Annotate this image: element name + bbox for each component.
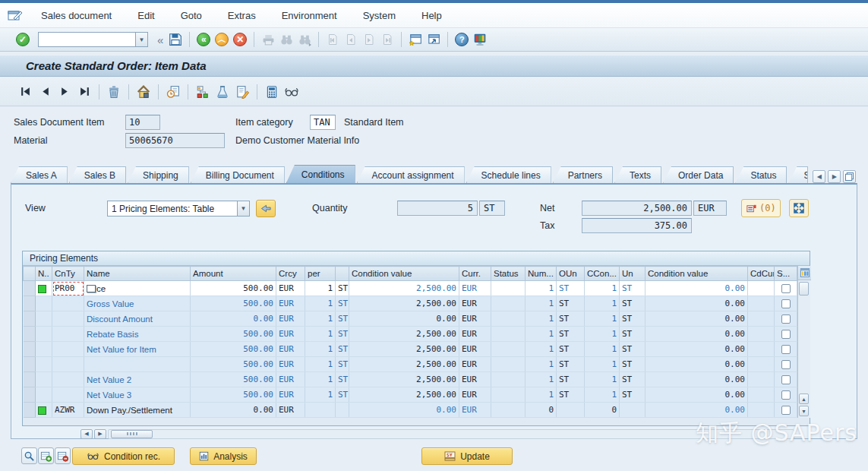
cell-per[interactable]: 1 [305,311,336,327]
cell-cnty[interactable]: PR00 [52,281,84,296]
column-header-blank[interactable] [336,267,349,281]
tab-partners[interactable]: Partners [553,166,613,183]
delete-icon[interactable] [104,82,124,102]
status-icon[interactable] [193,82,213,102]
cell-un[interactable]: ST [620,387,645,403]
cell-oun[interactable]: ST [557,296,585,311]
cell-un[interactable]: ST [620,372,645,387]
exit-icon[interactable]: ︿ [213,30,231,49]
cell-cond-value[interactable]: 2,500.00 [349,387,459,403]
cell-amount[interactable]: 500.00 [191,372,276,387]
sales-document-item-field[interactable]: 10 [125,115,160,130]
last-page-icon[interactable] [378,30,396,49]
cell-cdcur[interactable] [748,327,775,342]
cell-per-unit[interactable]: ST [336,357,349,372]
menu-item-goto[interactable]: Goto [173,7,210,24]
search-button[interactable] [21,447,37,464]
cell-curr[interactable]: EUR [459,342,491,357]
cell-un[interactable]: ST [620,327,645,342]
row-checkbox-cell[interactable] [775,357,797,372]
scroll-up-icon[interactable]: ▲ [799,394,809,404]
tab-shipping[interactable]: Shipping [128,166,189,183]
transaction-icon[interactable] [8,9,23,21]
save-icon[interactable] [166,30,185,49]
row-status-cell[interactable] [36,403,52,418]
cell-cond-value[interactable]: 0.00 [349,311,459,327]
cell-oun[interactable] [557,403,585,418]
cell-cdcur[interactable] [748,387,775,403]
row-selector[interactable] [24,403,36,418]
cell-per[interactable]: 1 [305,342,336,357]
cell-amount[interactable]: 500.00 [191,357,276,372]
row-selector[interactable] [24,281,36,296]
cell-status[interactable] [491,372,526,387]
cell-num[interactable]: 1 [526,372,557,387]
cell-cond-value2[interactable]: 0.00 [645,387,748,403]
cell-curr[interactable]: EUR [459,311,491,327]
row-status-cell[interactable] [36,372,52,387]
horizontal-scroll-thumb[interactable] [111,430,153,438]
menu-item-environment[interactable]: Environment [274,7,345,24]
cell-ccon[interactable]: 1 [585,327,620,342]
menu-item-sales-document[interactable]: Sales document [33,7,119,24]
menu-item-edit[interactable]: Edit [130,7,162,24]
availability-icon[interactable] [213,82,232,102]
scroll-down-icon[interactable]: ▼ [799,406,809,416]
cell-cnty[interactable] [52,296,84,311]
cell-name[interactable]: Rebate Basis [84,327,191,342]
row-checkbox-cell[interactable] [775,296,797,311]
row-checkbox[interactable] [781,284,791,293]
cell-cnty[interactable] [52,327,84,342]
condition-rec-button[interactable]: Condition rec. [72,447,175,465]
last-item-icon[interactable] [74,82,94,102]
cell-cnty[interactable] [52,387,84,403]
cell-oun[interactable]: ST [557,372,585,387]
cell-curr[interactable]: EUR [459,327,491,342]
next-page-icon[interactable] [360,30,378,49]
tab-texts[interactable]: Texts [614,166,661,183]
cell-cond-value2[interactable]: 0.00 [645,311,748,327]
collapse-icon[interactable]: « [154,33,166,46]
cell-ccon[interactable]: 1 [585,357,620,372]
first-item-icon[interactable] [15,82,35,102]
cell-cond-value2[interactable]: 0.00 [645,327,748,342]
table-settings-icon[interactable] [798,266,811,280]
scroll-right-icon[interactable]: ▶ [94,429,106,439]
cell-ccon[interactable]: 0 [585,403,620,418]
cell-crcy[interactable]: EUR [276,342,305,357]
cell-status[interactable] [491,342,526,357]
row-selector[interactable] [24,387,36,403]
cell-curr[interactable]: EUR [459,403,491,418]
cell-cond-value2[interactable]: 0.00 [645,372,748,387]
tab-order-data[interactable]: Order Data [663,166,734,183]
row-checkbox-cell[interactable] [775,311,797,327]
cell-status[interactable] [491,403,526,418]
row-status-cell[interactable] [36,296,52,311]
column-header-status[interactable]: Status [491,267,526,281]
cell-un[interactable] [620,403,645,418]
cell-per-unit[interactable]: ST [336,311,349,327]
find-next-icon[interactable] [295,30,314,49]
cell-cdcur[interactable] [748,281,775,296]
cell-crcy[interactable]: EUR [276,357,305,372]
copy-icon[interactable] [163,82,183,102]
row-selector[interactable] [24,357,36,372]
column-header-blank[interactable] [24,267,36,281]
cell-ccon[interactable]: 1 [585,311,620,327]
cell-crcy[interactable]: EUR [276,281,305,296]
cell-amount[interactable]: 500.00 [191,387,276,403]
cell-ccon[interactable]: 1 [585,387,620,403]
command-dropdown-icon[interactable]: ▼ [135,32,148,47]
cell-per-unit[interactable]: ST [336,296,349,311]
row-checkbox-cell[interactable] [775,403,797,418]
cell-per[interactable]: 1 [305,357,336,372]
tab-s[interactable]: S [788,166,808,183]
cell-num[interactable]: 1 [526,357,557,372]
expand-button[interactable] [789,199,809,217]
row-checkbox[interactable] [781,375,791,384]
row-checkbox[interactable] [781,406,791,415]
update-button[interactable]: $¥ Update [421,447,513,465]
cell-cdcur[interactable] [748,296,775,311]
cell-curr[interactable]: EUR [459,357,491,372]
cell-per-unit[interactable]: ST [336,372,349,387]
